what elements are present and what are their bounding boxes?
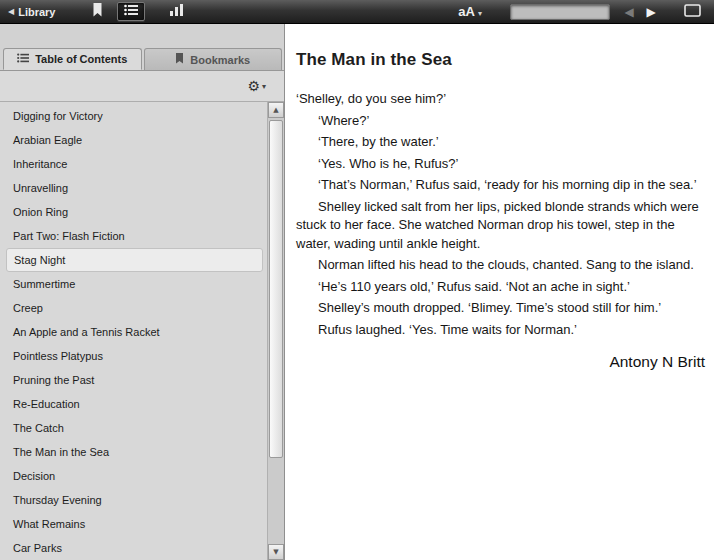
toc-scrollbar[interactable]: ▲ ▼ — [267, 102, 284, 560]
paragraph: ‘He’s 110 years old,’ Rufus said. ‘Not a… — [296, 278, 705, 297]
gear-icon: ⚙ — [247, 79, 260, 93]
chapter-title: The Man in the Sea — [296, 50, 705, 70]
paragraph: Rufus laughed. ‘Yes. Time waits for Norm… — [296, 321, 705, 340]
font-size-label: aA — [458, 4, 475, 19]
paragraph: ‘There, by the water.’ — [296, 133, 705, 152]
toc-item[interactable]: Inheritance — [0, 152, 267, 176]
author-name: Antony N Britt — [296, 353, 705, 371]
toc-item[interactable]: What Remains — [0, 512, 267, 536]
fullscreen-button[interactable] — [678, 2, 706, 21]
toc-item[interactable]: Pointless Platypus — [0, 344, 267, 368]
toc-item[interactable]: Car Parks — [0, 536, 267, 560]
main-area: Table of Contents Bookmarks ⚙ ▾ Digging … — [0, 24, 714, 560]
scrollbar-thumb[interactable] — [269, 120, 283, 458]
scroll-down-button[interactable]: ▼ — [268, 544, 284, 560]
toc-item[interactable]: An Apple and a Tennis Racket — [0, 320, 267, 344]
toc-item[interactable]: Summertime — [0, 272, 267, 296]
bar-chart-icon — [170, 4, 184, 19]
bookmarks-tab-icon — [175, 53, 184, 66]
back-arrow-icon: ◀ — [8, 7, 14, 16]
toc-panel: Digging for VictoryArabian EagleInherita… — [0, 102, 284, 560]
sidebar-tabs: Table of Contents Bookmarks — [0, 24, 284, 70]
ereader-app: ◀ Library — [0, 0, 714, 560]
toc-item[interactable]: The Man in the Sea — [0, 440, 267, 464]
search-input[interactable] — [510, 4, 610, 20]
chevron-down-icon: ▾ — [478, 9, 482, 18]
chapter-text: ‘Shelley, do you see him?’‘Where?’‘There… — [296, 90, 705, 339]
chevron-down-icon: ▾ — [262, 82, 266, 91]
scroll-up-button[interactable]: ▲ — [268, 102, 284, 118]
tab-bookmarks[interactable]: Bookmarks — [144, 48, 283, 70]
toc-item[interactable]: Stag Night — [6, 248, 263, 272]
prev-page-button[interactable]: ◀ — [618, 2, 640, 21]
toc-item[interactable]: Decision — [0, 464, 267, 488]
table-of-contents-icon — [124, 4, 138, 19]
toc-item[interactable]: Arabian Eagle — [0, 128, 267, 152]
paragraph: Norman lifted his head to the clouds, ch… — [296, 256, 705, 275]
reading-pane: The Man in the Sea ‘Shelley, do you see … — [285, 24, 714, 560]
fullscreen-icon — [684, 4, 701, 20]
top-toolbar: ◀ Library — [0, 0, 714, 24]
paragraph: Shelley’s mouth dropped. ‘Blimey. Time’s… — [296, 299, 705, 318]
toc-icon-button[interactable] — [117, 2, 145, 21]
paragraph: Shelley licked salt from her lips, picke… — [296, 198, 705, 254]
toc-tab-label: Table of Contents — [35, 53, 127, 65]
paragraph: ‘That’s Norman,’ Rufus said, ‘ready for … — [296, 176, 705, 195]
toc-item[interactable]: Digging for Victory — [0, 104, 267, 128]
toc-tab-icon — [17, 53, 29, 65]
toc-item[interactable]: Onion Ring — [0, 200, 267, 224]
toc-item[interactable]: Pruning the Past — [0, 368, 267, 392]
next-page-button[interactable]: ▶ — [640, 2, 662, 21]
toc-item[interactable]: Creep — [0, 296, 267, 320]
toc-item[interactable]: Re-Education — [0, 392, 267, 416]
reading-stats-icon-button[interactable] — [163, 2, 191, 21]
bookmark-icon — [92, 3, 103, 20]
toc-item[interactable]: Thursday Evening — [0, 488, 267, 512]
paragraph: ‘Shelley, do you see him?’ — [296, 90, 705, 109]
bookmark-icon-button[interactable] — [83, 2, 111, 21]
tab-table-of-contents[interactable]: Table of Contents — [3, 48, 142, 70]
toc-item[interactable]: Part Two: Flash Fiction — [0, 224, 267, 248]
toc-list: Digging for VictoryArabian EagleInherita… — [0, 104, 267, 560]
bookmarks-tab-label: Bookmarks — [190, 54, 250, 66]
font-size-button[interactable]: aA ▾ — [458, 4, 482, 19]
toc-panel-header: ⚙ ▾ — [0, 70, 284, 102]
paragraph: ‘Yes. Who is he, Rufus?’ — [296, 155, 705, 174]
sidebar: Table of Contents Bookmarks ⚙ ▾ Digging … — [0, 24, 285, 560]
toc-item[interactable]: The Catch — [0, 416, 267, 440]
library-button-label: Library — [18, 6, 55, 18]
toc-item[interactable]: Unravelling — [0, 176, 267, 200]
library-button[interactable]: ◀ Library — [8, 6, 55, 18]
toc-options-button[interactable]: ⚙ ▾ — [247, 79, 266, 93]
paragraph: ‘Where?’ — [296, 112, 705, 131]
